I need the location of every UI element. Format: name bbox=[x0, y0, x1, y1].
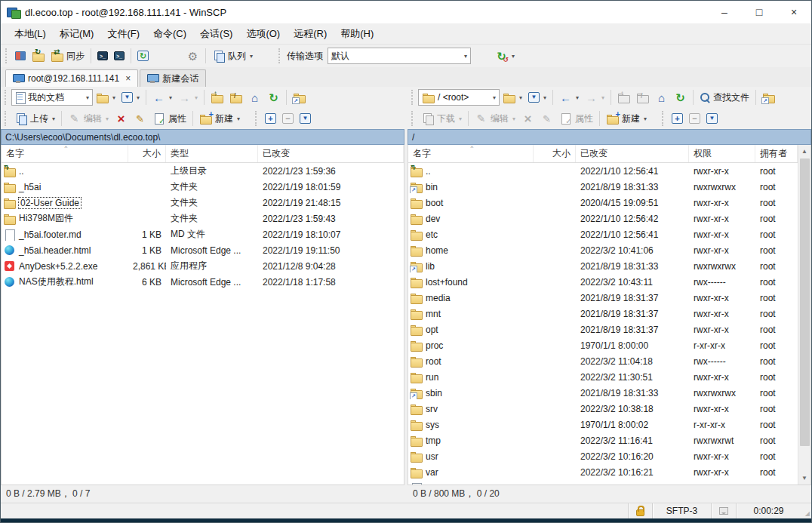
remote-address-bar[interactable]: / bbox=[408, 129, 811, 145]
console-button[interactable]: >_ bbox=[111, 47, 128, 65]
file-row[interactable]: usr2022/3/2 10:16:20rwxr-xr-xroot bbox=[408, 448, 810, 464]
sync-browsing-button[interactable]: ↻ bbox=[29, 47, 48, 65]
column-header-0[interactable]: 名字^ bbox=[408, 145, 534, 162]
column-header-4[interactable]: 拥有者 bbox=[755, 145, 798, 162]
tab-session[interactable]: root@192.168.111.141 × bbox=[5, 69, 138, 87]
file-row[interactable]: Hi3798M固件文件夹2022/1/23 1:59:43 bbox=[2, 211, 404, 226]
chevron-down-icon[interactable]: ▾ bbox=[169, 94, 172, 101]
chevron-down-icon[interactable]: ▾ bbox=[601, 94, 604, 101]
column-header-3[interactable]: 已改变 bbox=[258, 145, 404, 162]
chevron-down-icon[interactable]: ▾ bbox=[519, 94, 522, 101]
chevron-down-icon[interactable]: ▾ bbox=[106, 115, 109, 122]
file-row[interactable]: srv2022/3/2 10:38:18rwxr-xr-xroot bbox=[408, 401, 810, 417]
refresh-session-button[interactable]: ↻ bbox=[134, 47, 152, 65]
chevron-down-icon[interactable]: ▾ bbox=[250, 53, 253, 60]
filter-button[interactable]: ▼▾ bbox=[118, 88, 143, 106]
close-tab-icon[interactable]: × bbox=[125, 73, 131, 84]
maximize-icon[interactable]: □ bbox=[742, 1, 777, 23]
open-folder-button[interactable]: ▾ bbox=[93, 88, 118, 106]
file-row[interactable]: NAS使用教程.html6 KBMicrosoft Edge ...2022/1… bbox=[2, 274, 404, 290]
properties-button[interactable]: ✓属性 bbox=[149, 109, 189, 128]
menu-item-2[interactable]: 文件(F) bbox=[101, 25, 146, 43]
toolbar-grip[interactable] bbox=[5, 90, 8, 105]
file-row[interactable]: AnyDesk+5.2.2.exe2,861 KB应用程序2021/12/8 9… bbox=[2, 258, 404, 274]
menu-item-0[interactable]: 本地(L) bbox=[8, 25, 52, 43]
close-icon[interactable]: × bbox=[777, 1, 811, 23]
transfer-settings-button[interactable]: ↻↺▾ bbox=[492, 47, 518, 65]
chevron-down-icon[interactable]: ▾ bbox=[512, 53, 515, 60]
file-row[interactable]: media2021/8/19 18:31:37rwxr-xr-xroot bbox=[408, 290, 810, 306]
select-filter-button[interactable]: ▼ bbox=[297, 109, 314, 128]
menu-item-6[interactable]: 远程(R) bbox=[288, 25, 333, 43]
chevron-down-icon[interactable]: ▾ bbox=[543, 94, 546, 101]
new-button[interactable]: +新建▾ bbox=[603, 109, 650, 128]
file-row[interactable]: run2022/3/2 11:30:51rwxr-xr-xroot bbox=[408, 369, 810, 385]
new-button[interactable]: +新建▾ bbox=[196, 109, 243, 128]
filter-button[interactable]: ▼▾ bbox=[525, 88, 549, 106]
add-symlink-button[interactable]: ↗ bbox=[759, 88, 778, 106]
file-row[interactable]: dev2022/1/10 12:56:42rwxr-xr-xroot bbox=[408, 211, 810, 226]
chevron-down-icon[interactable]: ▾ bbox=[576, 94, 579, 101]
file-row[interactable]: home2022/3/2 10:41:06rwxr-xr-xroot bbox=[408, 242, 810, 258]
scroll-down-icon[interactable]: ▼ bbox=[798, 472, 810, 485]
drive-selector-combobox[interactable]: 我的文档▾ bbox=[11, 89, 93, 106]
menu-item-3[interactable]: 命令(C) bbox=[147, 25, 192, 43]
local-address-bar[interactable]: C:\Users\ecoo\Documents\dl.ecoo.top\ bbox=[1, 129, 404, 145]
chevron-down-icon[interactable]: ▾ bbox=[52, 115, 55, 122]
statusbar-lock-cell[interactable] bbox=[628, 503, 652, 518]
toolbar-grip[interactable] bbox=[662, 111, 665, 126]
toolbar-grip[interactable] bbox=[255, 111, 258, 126]
chevron-down-icon[interactable]: ▾ bbox=[512, 115, 515, 122]
back-button[interactable]: ←▾ bbox=[149, 88, 175, 106]
file-row[interactable]: 02-User Guide文件夹2022/1/19 21:48:15 bbox=[2, 195, 404, 211]
menu-item-1[interactable]: 标记(M) bbox=[54, 25, 100, 43]
file-row[interactable]: mnt2021/8/19 18:31:37rwxr-xr-xroot bbox=[408, 306, 810, 321]
chevron-down-icon[interactable]: ▾ bbox=[137, 94, 140, 101]
file-row[interactable]: boot2020/4/15 19:09:51rwxr-xr-xroot bbox=[408, 195, 810, 211]
root-folder-button[interactable]: / bbox=[226, 88, 245, 106]
synchronize-button[interactable]: ⇄同步 bbox=[48, 47, 88, 65]
home-button[interactable]: ⌂ bbox=[245, 88, 264, 106]
file-row[interactable]: _h5ai.header.html1 KBMicrosoft Edge ...2… bbox=[2, 242, 404, 258]
delete-button[interactable]: × bbox=[112, 109, 131, 128]
preferences-button[interactable]: ⚙ bbox=[183, 47, 202, 65]
chevron-down-icon[interactable]: ▾ bbox=[112, 94, 115, 101]
file-row[interactable]: ↗sbin2021/8/19 18:31:33rwxrwxrwxroot bbox=[408, 385, 810, 401]
tab-new-session[interactable]: 新建会话 bbox=[140, 69, 206, 87]
rename-button[interactable]: ✎ bbox=[131, 109, 149, 128]
chevron-down-icon[interactable]: ▾ bbox=[459, 115, 462, 122]
menu-item-4[interactable]: 会话(S) bbox=[194, 25, 238, 43]
toolbar-grip[interactable] bbox=[411, 90, 414, 105]
file-row[interactable]: var2022/3/2 10:16:21rwxr-xr-xroot bbox=[408, 464, 810, 480]
file-row[interactable]: ↰..2022/1/10 12:56:41rwxr-xr-xroot bbox=[408, 163, 810, 179]
refresh-button[interactable]: ↻ bbox=[264, 88, 283, 106]
scroll-up-icon[interactable]: ▲ bbox=[798, 145, 810, 158]
file-row[interactable]: ↰..上级目录2022/1/23 1:59:36 bbox=[2, 163, 404, 179]
file-row[interactable]: etc2022/1/10 12:56:41rwxr-xr-xroot bbox=[408, 226, 810, 242]
file-row[interactable]: tmp2022/3/2 11:16:41rwxrwxrwtroot bbox=[408, 432, 810, 448]
resize-grip[interactable]: ◢ bbox=[801, 503, 811, 518]
parent-folder-button[interactable]: ↑ bbox=[208, 88, 226, 106]
minimize-icon[interactable]: – bbox=[707, 1, 742, 23]
column-header-2[interactable]: 类型 bbox=[166, 145, 258, 162]
column-header-1[interactable]: 大小 bbox=[534, 145, 576, 162]
refresh-button[interactable]: ↻ bbox=[671, 88, 690, 106]
transfer-preset-combobox[interactable]: 默认▾ bbox=[328, 48, 471, 64]
toolbar-grip[interactable] bbox=[5, 111, 8, 126]
file-row[interactable]: sys1970/1/1 8:00:02r-xr-xr-xroot bbox=[408, 417, 810, 432]
chevron-down-icon[interactable]: ▾ bbox=[195, 94, 198, 101]
file-row[interactable]: root2022/3/2 11:04:18rwx------root bbox=[408, 353, 810, 369]
chevron-down-icon[interactable]: ▾ bbox=[644, 115, 647, 122]
file-row[interactable]: ↗bin2021/8/19 18:31:33rwxrwxrwxroot bbox=[408, 179, 810, 195]
select-plus-button[interactable]: + bbox=[262, 109, 279, 128]
toolbar-grip[interactable] bbox=[5, 48, 8, 63]
remote-scrollbar[interactable]: ▲ ▼ bbox=[798, 145, 810, 485]
file-row[interactable]: _h5ai.footer.md1 KBMD 文件2022/1/19 18:10:… bbox=[2, 226, 404, 242]
file-row[interactable]: _h5ai文件夹2022/1/19 18:01:59 bbox=[2, 179, 404, 195]
open-folder-button[interactable]: ▾ bbox=[500, 88, 525, 106]
chevron-down-icon[interactable]: ▾ bbox=[82, 94, 89, 101]
toolbar-grip[interactable] bbox=[411, 111, 414, 126]
file-row[interactable]: proc1970/1/1 8:00:00r-xr-xr-xroot bbox=[408, 337, 810, 353]
statusbar-protocol[interactable]: SFTP-3 bbox=[652, 503, 711, 518]
drive-selector-combobox[interactable]: / <root>▾ bbox=[418, 89, 500, 106]
